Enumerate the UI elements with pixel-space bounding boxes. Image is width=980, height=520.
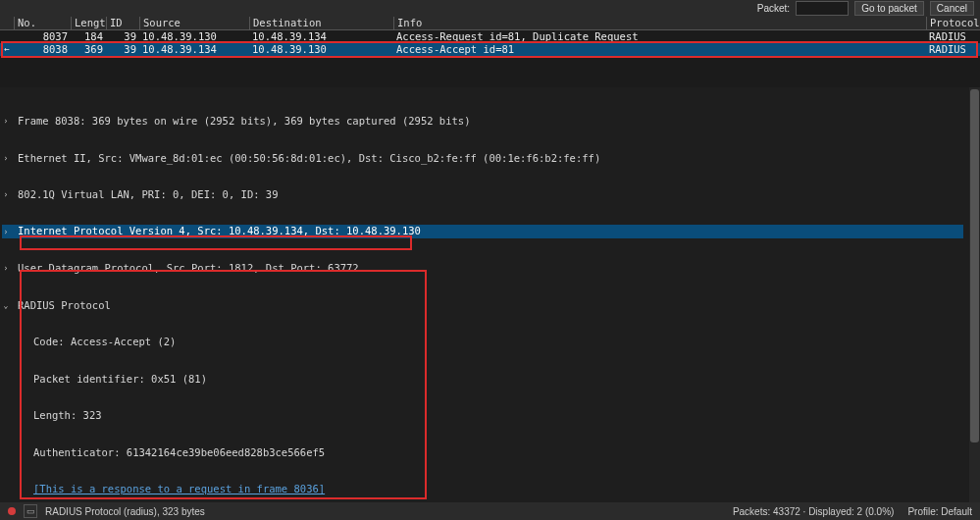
cell-destination: 10.48.39.130 <box>249 43 393 56</box>
cell-protocol: RADIUS <box>926 43 980 56</box>
cell-source: 10.48.39.134 <box>139 43 249 56</box>
expander-icon[interactable]: › <box>2 262 10 275</box>
status-field-info: RADIUS Protocol (radius), 323 bytes <box>45 505 205 518</box>
related-arrow <box>0 30 14 43</box>
packet-label: Packet: <box>757 2 790 15</box>
expert-info-icon[interactable] <box>8 507 16 515</box>
status-profile[interactable]: Profile: Default <box>907 505 972 518</box>
col-protocol[interactable]: Protocol <box>926 17 980 29</box>
expander-icon[interactable]: ⌄ <box>2 299 10 312</box>
tree-udp[interactable]: User Datagram Protocol, Src Port: 1812, … <box>10 262 359 275</box>
packet-details-pane[interactable]: ›Frame 8038: 369 bytes on wire (2952 bit… <box>0 87 980 502</box>
cell-length: 184 <box>71 30 106 43</box>
tree-frame[interactable]: Frame 8038: 369 bytes on wire (2952 bits… <box>10 115 470 128</box>
tree-radius-code[interactable]: Code: Access-Accept (2) <box>10 336 176 348</box>
tree-ethernet[interactable]: Ethernet II, Src: VMware_8d:01:ec (00:50… <box>10 152 600 165</box>
col-no[interactable]: No. <box>14 17 71 29</box>
cell-source: 10.48.39.130 <box>139 30 249 43</box>
col-id[interactable]: ID <box>106 17 139 29</box>
cell-info: Access-Accept id=81 <box>393 43 926 56</box>
packet-list[interactable]: 8037 184 39 10.48.39.130 10.48.39.134 Ac… <box>0 30 980 88</box>
packet-row-selected[interactable]: ← 8038 369 39 10.48.39.134 10.48.39.130 … <box>0 43 980 56</box>
col-info[interactable]: Info <box>393 17 926 29</box>
status-bar: ▭ RADIUS Protocol (radius), 323 bytes Pa… <box>0 502 980 520</box>
cell-destination: 10.48.39.134 <box>249 30 393 43</box>
scrollbar[interactable] <box>969 87 980 502</box>
cell-no: 8037 <box>14 30 71 43</box>
packet-list-header: No. Length ID Source Destination Info Pr… <box>0 17 980 30</box>
expander-icon[interactable]: › <box>2 226 10 238</box>
field-help-icon[interactable]: ▭ <box>24 504 37 518</box>
col-length[interactable]: Length <box>71 17 106 29</box>
packet-go-toolbar: Packet: Go to packet Cancel <box>0 0 980 17</box>
col-destination[interactable]: Destination <box>249 17 393 29</box>
tree-radius-pid[interactable]: Packet identifier: 0x51 (81) <box>10 373 207 386</box>
go-to-packet-button[interactable]: Go to packet <box>854 1 924 16</box>
cell-length: 369 <box>71 43 106 56</box>
col-source[interactable]: Source <box>139 17 249 29</box>
cancel-button[interactable]: Cancel <box>930 1 974 16</box>
cell-protocol: RADIUS <box>926 30 980 43</box>
cell-id: 39 <box>106 43 139 56</box>
tree-radius-length[interactable]: Length: 323 <box>10 409 102 422</box>
tree-response-link[interactable]: [This is a response to a request in fram… <box>10 483 325 495</box>
status-packets: Packets: 43372 · Displayed: 2 (0.0%) <box>733 505 895 518</box>
tree-ip[interactable]: Internet Protocol Version 4, Src: 10.48.… <box>10 225 421 236</box>
packet-row[interactable]: 8037 184 39 10.48.39.130 10.48.39.134 Ac… <box>0 30 980 43</box>
cell-info: Access-Request id=81, Duplicate Request <box>393 30 926 43</box>
tree-radius[interactable]: RADIUS Protocol <box>10 299 111 312</box>
expander-icon[interactable]: › <box>2 152 10 165</box>
tree-radius-auth[interactable]: Authenticator: 61342164ce39be06eed828b3c… <box>10 446 325 459</box>
expander-icon[interactable]: › <box>2 188 10 201</box>
expander-icon[interactable]: › <box>2 115 10 128</box>
related-arrow: ← <box>0 43 14 56</box>
cell-id: 39 <box>106 30 139 43</box>
col-expand[interactable] <box>0 17 14 29</box>
cell-no: 8038 <box>14 43 71 56</box>
scrollbar-thumb[interactable] <box>970 89 979 442</box>
packet-number-input[interactable] <box>796 1 849 16</box>
tree-vlan[interactable]: 802.1Q Virtual LAN, PRI: 0, DEI: 0, ID: … <box>10 188 279 201</box>
